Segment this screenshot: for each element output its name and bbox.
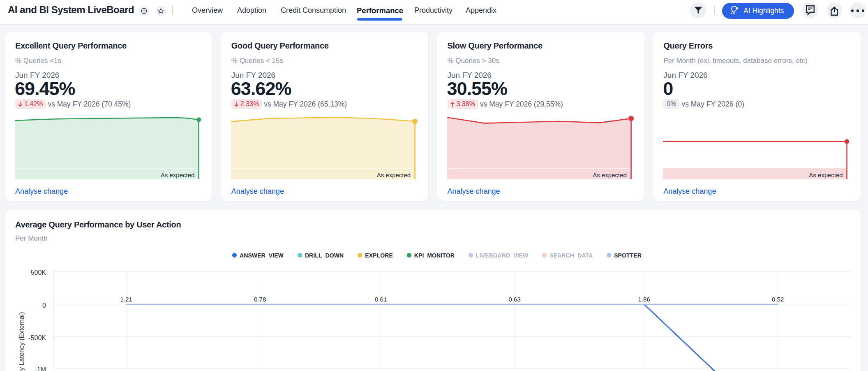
svg-text:1.86: 1.86	[638, 296, 650, 303]
svg-text:0.63: 0.63	[508, 296, 520, 303]
svg-text:0.78: 0.78	[254, 296, 266, 303]
svg-text:0.61: 0.61	[375, 296, 387, 303]
svg-text:0.52: 0.52	[772, 296, 784, 303]
svg-text:1.21: 1.21	[120, 296, 132, 303]
svg-text:Average Query Latency (Externa: Average Query Latency (External)	[18, 312, 25, 371]
